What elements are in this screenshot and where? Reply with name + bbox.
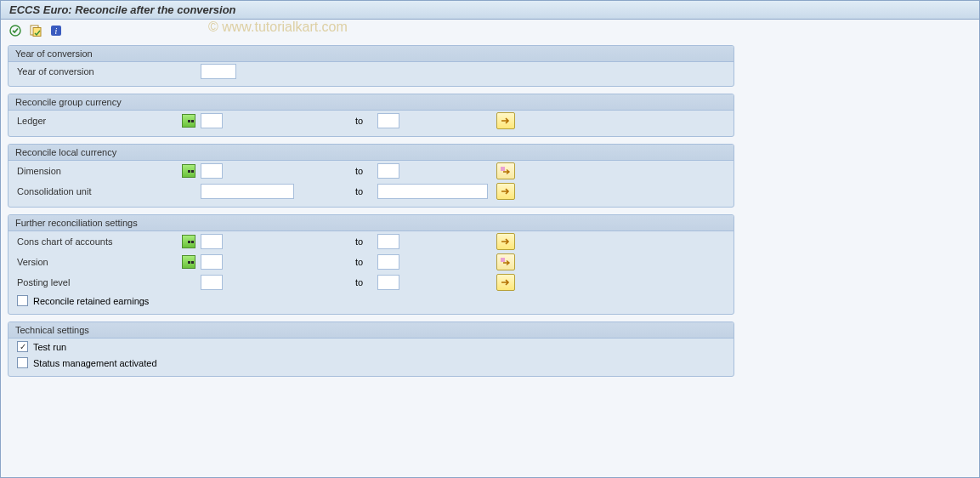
- svg-rect-6: [501, 258, 505, 262]
- input-year[interactable]: [201, 64, 236, 79]
- content-area: Year of conversion Year of conversion Re…: [1, 42, 979, 390]
- input-coa-from[interactable]: [201, 234, 223, 249]
- row-year: Year of conversion: [8, 62, 734, 81]
- input-ledger-from[interactable]: [201, 113, 223, 128]
- label-reconcile-retained: Reconcile retained earnings: [33, 296, 149, 306]
- row-dimension: Dimension to: [8, 161, 734, 181]
- label-to: to: [355, 116, 374, 126]
- input-plevel-from[interactable]: [201, 275, 223, 290]
- label-coa: Cons chart of accounts: [14, 236, 182, 247]
- group-further: Further reconciliation settings Cons cha…: [8, 214, 734, 315]
- group-year: Year of conversion Year of conversion: [8, 45, 734, 87]
- label-ledger: Ledger: [14, 116, 182, 126]
- group-technical: Technical settings Test run Status manag…: [8, 322, 734, 377]
- input-version-to[interactable]: [377, 254, 399, 270]
- checkbox-status-mgmt[interactable]: [17, 357, 28, 368]
- group-header-further: Further reconciliation settings: [8, 215, 734, 231]
- window-title-bar: ECCS Euro: Reconcile after the conversio…: [1, 1, 979, 20]
- input-dimension-to[interactable]: [377, 163, 399, 179]
- select-option-icon[interactable]: [182, 164, 195, 178]
- label-to: to: [355, 166, 374, 176]
- label-to: to: [355, 257, 374, 267]
- variant-icon[interactable]: [28, 23, 43, 38]
- watermark: © www.tutorialkart.com: [208, 20, 348, 35]
- input-version-from[interactable]: [201, 254, 223, 270]
- label-posting-level: Posting level: [14, 277, 182, 287]
- group-header-technical: Technical settings: [8, 322, 734, 339]
- group-header-year: Year of conversion: [8, 46, 734, 62]
- checkbox-test-run[interactable]: [17, 341, 28, 352]
- group-header-group-currency: Reconcile group currency: [8, 94, 734, 111]
- input-ledger-to[interactable]: [377, 113, 399, 128]
- group-local-currency: Reconcile local currency Dimension to Co…: [8, 144, 734, 208]
- label-to: to: [355, 236, 374, 247]
- row-posting-level: Posting level to: [8, 272, 734, 293]
- select-option-icon[interactable]: [182, 255, 195, 269]
- input-plevel-to[interactable]: [377, 275, 399, 290]
- svg-rect-5: [501, 167, 505, 171]
- row-ledger: Ledger to: [8, 111, 734, 131]
- row-coa: Cons chart of accounts to: [8, 231, 734, 252]
- input-cu-from[interactable]: [201, 184, 294, 199]
- group-group-currency: Reconcile group currency Ledger to: [8, 94, 734, 137]
- input-cu-to[interactable]: [377, 184, 488, 199]
- row-test-run: Test run: [8, 339, 734, 355]
- toolbar: i © www.tutorialkart.com: [1, 20, 979, 42]
- select-option-icon[interactable]: [182, 235, 195, 248]
- label-to: to: [355, 186, 374, 196]
- row-consolidation-unit: Consolidation unit to: [8, 181, 734, 202]
- execute-icon[interactable]: [8, 23, 23, 38]
- row-reconcile-retained: Reconcile retained earnings: [8, 293, 734, 309]
- info-icon[interactable]: i: [48, 23, 64, 38]
- multi-select-button[interactable]: [496, 183, 515, 200]
- label-consolidation-unit: Consolidation unit: [14, 186, 182, 196]
- multi-select-button[interactable]: [496, 274, 515, 291]
- label-to: to: [355, 277, 374, 287]
- checkbox-reconcile-retained[interactable]: [17, 295, 28, 306]
- row-version: Version to: [8, 252, 734, 272]
- select-option-icon[interactable]: [182, 114, 195, 128]
- label-status-mgmt: Status management activated: [33, 358, 157, 368]
- label-version: Version: [14, 257, 182, 267]
- group-header-local-currency: Reconcile local currency: [8, 145, 734, 161]
- input-dimension-from[interactable]: [201, 163, 223, 179]
- label-dimension: Dimension: [14, 166, 182, 176]
- multi-select-button[interactable]: [496, 253, 515, 270]
- label-test-run: Test run: [33, 342, 66, 352]
- svg-text:i: i: [55, 26, 58, 36]
- sap-window: ECCS Euro: Reconcile after the conversio…: [0, 0, 980, 478]
- multi-select-button[interactable]: [496, 112, 515, 129]
- window-title: ECCS Euro: Reconcile after the conversio…: [9, 3, 236, 16]
- label-year: Year of conversion: [14, 66, 182, 77]
- multi-select-button[interactable]: [496, 233, 515, 250]
- row-status-mgmt: Status management activated: [8, 355, 734, 371]
- input-coa-to[interactable]: [377, 234, 399, 249]
- multi-select-button[interactable]: [496, 162, 515, 179]
